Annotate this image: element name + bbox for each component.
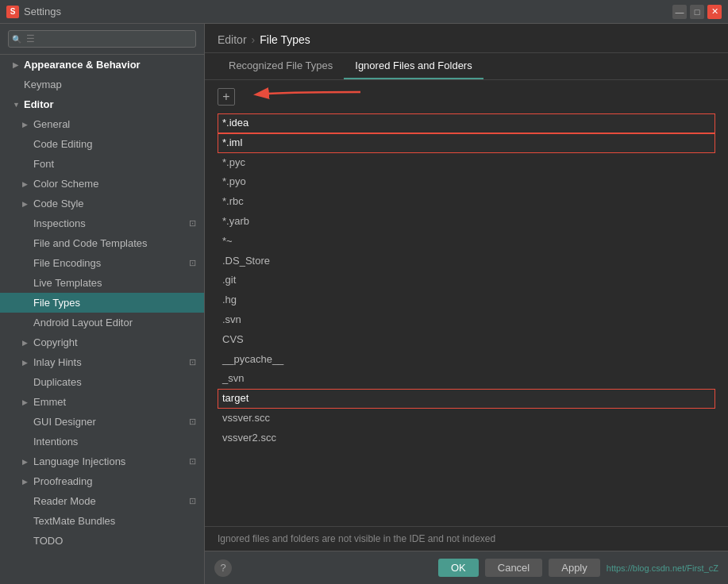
file-item-tilde[interactable]: *~ xyxy=(218,232,715,252)
status-message: Ignored files and folders are not visibl… xyxy=(218,533,495,544)
file-item-yarb[interactable]: *.yarb xyxy=(218,212,715,232)
sidebar-item-live-templates[interactable]: Live Templates xyxy=(0,273,204,293)
sidebar-item-gui-designer[interactable]: GUI Designer⊡ xyxy=(0,412,204,432)
chevron-icon: ▶ xyxy=(22,359,30,367)
file-item-pyc[interactable]: *.pyc xyxy=(218,153,715,173)
sidebar-item-language-injections[interactable]: ▶Language Injections⊡ xyxy=(0,451,204,471)
file-item-vssver[interactable]: vssver.scc xyxy=(218,409,715,428)
cancel-button[interactable]: Cancel xyxy=(485,559,542,577)
settings-icon: ⊡ xyxy=(189,496,196,506)
sidebar-item-label: Inlay Hints xyxy=(33,356,82,368)
sidebar-item-label: Appearance & Behavior xyxy=(24,59,141,71)
file-item-rbc[interactable]: *.rbc xyxy=(218,192,715,212)
chevron-icon: ▶ xyxy=(22,478,30,486)
chevron-icon: ▶ xyxy=(22,398,30,406)
sidebar-item-inlay-hints[interactable]: ▶Inlay Hints⊡ xyxy=(0,352,204,372)
sidebar-item-android-layout-editor[interactable]: Android Layout Editor xyxy=(0,313,204,332)
help-button[interactable]: ? xyxy=(214,559,232,577)
app-icon: S xyxy=(6,6,19,18)
sidebar-item-label: Emmet xyxy=(33,396,66,408)
file-item-target[interactable]: target xyxy=(218,389,715,409)
file-item-svn[interactable]: .svn xyxy=(218,310,715,330)
search-input[interactable] xyxy=(8,30,196,48)
chevron-icon: ▶ xyxy=(22,339,30,347)
sidebar-item-code-editing[interactable]: Code Editing xyxy=(0,134,204,154)
chevron-icon: ▶ xyxy=(22,200,30,208)
content-area: Editor › File Types Recognized File Type… xyxy=(205,24,728,551)
sidebar-item-todo[interactable]: TODO xyxy=(0,531,204,551)
close-button[interactable]: ✕ xyxy=(707,5,722,19)
sidebar-item-inspections[interactable]: Inspections⊡ xyxy=(0,213,204,233)
file-item-pycache[interactable]: __pycache__ xyxy=(218,350,715,370)
sidebar-item-label: Live Templates xyxy=(33,277,102,289)
sidebar-item-file-encodings[interactable]: File Encodings⊡ xyxy=(0,253,204,273)
settings-icon: ⊡ xyxy=(189,357,196,367)
sidebar-item-textmate-bundles[interactable]: TextMate Bundles xyxy=(0,511,204,531)
sidebar-item-label: GUI Designer xyxy=(33,416,96,428)
sidebar-item-editor[interactable]: ▼Editor xyxy=(0,94,204,114)
file-item-pyo[interactable]: *.pyo xyxy=(218,172,715,192)
file-item-vssver2[interactable]: vssver2.scc xyxy=(218,428,715,448)
window-controls: — □ ✕ xyxy=(672,5,722,19)
settings-icon: ⊡ xyxy=(189,258,196,268)
status-text: Ignored files and folders are not visibl… xyxy=(205,526,728,551)
file-item-cvs[interactable]: CVS xyxy=(218,330,715,350)
sidebar-search-area xyxy=(0,24,204,55)
sidebar-item-label: File and Code Templates xyxy=(33,237,148,249)
sidebar-item-file-code-templates[interactable]: File and Code Templates xyxy=(0,233,204,253)
sidebar-item-copyright[interactable]: ▶Copyright xyxy=(0,332,204,352)
apply-button[interactable]: Apply xyxy=(549,559,600,577)
breadcrumb-parent: Editor xyxy=(218,33,247,46)
sidebar-item-color-scheme[interactable]: ▶Color Scheme xyxy=(0,174,204,194)
sidebar: ▶Appearance & BehaviorKeymap▼Editor▶Gene… xyxy=(0,24,205,584)
sidebar-item-label: Inspections xyxy=(33,217,86,229)
sidebar-item-label: Language Injections xyxy=(33,455,125,467)
sidebar-item-label: Editor xyxy=(24,98,54,110)
sidebar-item-label: Code Style xyxy=(33,198,84,209)
sidebar-item-intentions[interactable]: Intentions xyxy=(0,432,204,451)
sidebar-item-label: File Types xyxy=(33,297,80,309)
tab-recognized[interactable]: Recognized File Types xyxy=(218,53,344,79)
sidebar-item-general[interactable]: ▶General xyxy=(0,114,204,134)
sidebar-item-duplicates[interactable]: Duplicates xyxy=(0,372,204,392)
tabs: Recognized File TypesIgnored Files and F… xyxy=(205,53,728,80)
settings-icon: ⊡ xyxy=(189,417,196,427)
sidebar-item-reader-mode[interactable]: Reader Mode⊡ xyxy=(0,491,204,511)
sidebar-item-emmet[interactable]: ▶Emmet xyxy=(0,392,204,412)
file-item-svn2[interactable]: _svn xyxy=(218,369,715,389)
sidebar-item-keymap[interactable]: Keymap xyxy=(0,75,204,94)
file-item-ds-store[interactable]: .DS_Store xyxy=(218,252,715,271)
sidebar-item-font[interactable]: Font xyxy=(0,154,204,174)
sidebar-item-label: Proofreading xyxy=(33,475,92,487)
sidebar-item-label: Android Layout Editor xyxy=(33,317,133,328)
window-title: Settings xyxy=(24,6,61,17)
sidebar-item-label: Copyright xyxy=(33,336,78,348)
bottom-bar: ? OK Cancel Apply https://blog.csdn.net/… xyxy=(205,551,728,584)
sidebar-item-file-types[interactable]: File Types xyxy=(0,293,204,313)
file-list-area: + *.idea*.iml*.pyc*.pyo*.rbc*.ya xyxy=(205,80,728,526)
sidebar-item-code-style[interactable]: ▶Code Style xyxy=(0,194,204,213)
sidebar-item-label: Font xyxy=(33,158,54,170)
file-list: *.idea*.iml*.pyc*.pyo*.rbc*.yarb*~.DS_St… xyxy=(218,113,715,518)
breadcrumb-current: File Types xyxy=(260,33,310,46)
sidebar-item-appearance[interactable]: ▶Appearance & Behavior xyxy=(0,55,204,75)
file-item-iml[interactable]: *.iml xyxy=(218,133,715,153)
sidebar-item-label: TODO xyxy=(33,535,63,547)
breadcrumb-separator: › xyxy=(252,33,256,46)
sidebar-item-label: General xyxy=(33,118,70,130)
tab-ignored[interactable]: Ignored Files and Folders xyxy=(344,53,483,79)
ok-button[interactable]: OK xyxy=(438,559,479,577)
sidebar-item-proofreading[interactable]: ▶Proofreading xyxy=(0,471,204,491)
chevron-icon: ▶ xyxy=(13,61,21,69)
file-item-git[interactable]: .git xyxy=(218,271,715,290)
sidebar-tree: ▶Appearance & BehaviorKeymap▼Editor▶Gene… xyxy=(0,55,204,584)
add-button[interactable]: + xyxy=(218,88,235,106)
sidebar-item-label: Code Editing xyxy=(33,138,92,150)
minimize-button[interactable]: — xyxy=(672,5,687,19)
breadcrumb: Editor › File Types xyxy=(205,24,728,53)
settings-icon: ⊡ xyxy=(189,218,196,229)
file-item-hg[interactable]: .hg xyxy=(218,290,715,310)
maximize-button[interactable]: □ xyxy=(690,5,704,19)
file-item-idea[interactable]: *.idea xyxy=(218,113,715,133)
sidebar-item-label: Reader Mode xyxy=(33,495,96,507)
